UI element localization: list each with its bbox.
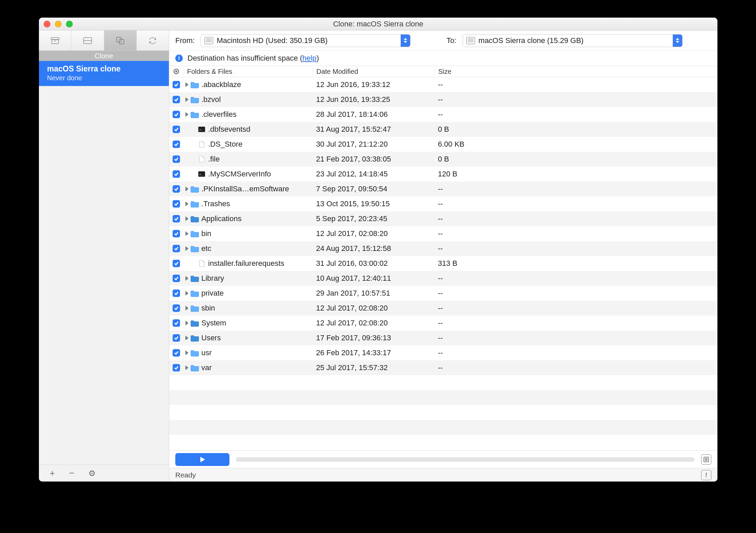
table-row[interactable]: .DS_Store30 Jul 2017, 21:12:206.00 KB [169, 137, 717, 152]
sidebar-tool-clone[interactable] [104, 30, 137, 50]
close-window-button[interactable] [44, 21, 50, 27]
table-row[interactable]: .bzvol12 Jun 2016, 19:33:25-- [169, 92, 717, 107]
file-size: -- [435, 95, 499, 104]
disclosure-triangle-icon[interactable] [185, 82, 188, 87]
table-row[interactable]: >_.dbfseventsd31 Aug 2017, 15:52:470 B [169, 122, 717, 137]
file-date: 25 Jul 2017, 15:57:32 [313, 363, 435, 372]
table-row[interactable]: installer.failurerequests31 Jul 2016, 03… [169, 256, 717, 271]
disclosure-triangle-icon[interactable] [185, 306, 188, 311]
row-checkbox[interactable] [173, 141, 180, 148]
table-row[interactable]: var25 Jul 2017, 15:57:32-- [169, 360, 717, 375]
table-row[interactable] [169, 375, 717, 390]
table-row[interactable]: System12 Jul 2017, 02:08:20-- [169, 316, 717, 331]
row-checkbox[interactable] [173, 260, 180, 267]
table-row[interactable] [169, 405, 717, 420]
row-checkbox[interactable] [173, 111, 180, 118]
sidebar-task-item[interactable]: macOS Sierra clone Never done [39, 61, 169, 86]
disclosure-triangle-icon[interactable] [185, 112, 188, 117]
table-row[interactable] [169, 390, 717, 405]
row-checkbox[interactable] [173, 304, 180, 312]
minimize-window-button[interactable] [55, 21, 62, 27]
row-checkbox[interactable] [173, 170, 180, 178]
from-volume-select[interactable]: Macintosh HD (Used: 350.19 GB) [201, 34, 410, 47]
table-row[interactable]: etc24 Aug 2017, 15:12:58-- [169, 241, 717, 256]
row-checkbox[interactable] [173, 155, 180, 163]
table-row[interactable]: Applications5 Sep 2017, 20:23:45-- [169, 211, 717, 226]
table-row[interactable]: bin12 Jul 2017, 02:08:20-- [169, 226, 717, 241]
file-name: Users [201, 334, 221, 342]
row-checkbox[interactable] [173, 290, 180, 297]
disclosure-triangle-icon[interactable] [185, 187, 188, 191]
sidebar-tool-archive[interactable] [39, 30, 71, 50]
add-task-button[interactable]: + [50, 468, 55, 478]
row-checkbox[interactable] [173, 230, 180, 237]
table-row[interactable]: Library10 Aug 2017, 12:40:11-- [169, 271, 717, 286]
disclosure-triangle-icon[interactable] [185, 246, 188, 251]
table-row[interactable]: .PKInstallSa…emSoftware7 Sep 2017, 09:50… [169, 182, 717, 196]
log-button[interactable] [701, 454, 711, 465]
file-size: -- [435, 304, 499, 313]
row-checkbox[interactable] [173, 185, 180, 193]
row-checkbox[interactable] [173, 364, 180, 371]
disclosure-triangle-icon[interactable] [185, 216, 188, 221]
disclosure-triangle-icon[interactable] [185, 276, 188, 281]
table-row[interactable]: .abackblaze12 Jun 2016, 19:33:12-- [169, 77, 717, 92]
row-checkbox[interactable] [173, 245, 180, 252]
select-all-header[interactable] [169, 69, 183, 74]
table-row[interactable]: .file21 Feb 2017, 03:38:050 B [169, 152, 717, 167]
disclosure-triangle-icon[interactable] [185, 291, 188, 296]
row-checkbox[interactable] [173, 81, 180, 88]
table-row[interactable]: private29 Jan 2017, 10:57:51-- [169, 286, 717, 301]
zoom-window-button[interactable] [66, 21, 73, 27]
help-link[interactable]: help [303, 54, 317, 62]
column-header-date[interactable]: Date Modified [313, 68, 435, 76]
from-label: From: [175, 36, 195, 45]
sidebar-tool-sync[interactable] [137, 30, 169, 50]
dropdown-arrows-icon [673, 35, 682, 47]
file-size: -- [435, 363, 499, 372]
titlebar: Clone: macOS Sierra clone [39, 18, 717, 30]
column-header-name[interactable]: Folders & Files [183, 68, 313, 76]
info-icon: i [175, 55, 183, 62]
file-name: System [201, 319, 226, 327]
alert-button[interactable]: ! [701, 470, 711, 480]
file-name: private [201, 289, 224, 298]
disclosure-triangle-icon[interactable] [185, 97, 188, 102]
disclosure-triangle-icon[interactable] [185, 201, 188, 206]
svg-rect-0 [51, 38, 59, 40]
remove-task-button[interactable]: − [69, 468, 74, 478]
svg-text:>_: >_ [199, 173, 203, 176]
settings-gear-icon[interactable]: ⚙ [88, 469, 96, 478]
file-date: 28 Jul 2017, 18:14:06 [313, 110, 435, 119]
row-checkbox[interactable] [173, 334, 180, 342]
file-size: -- [435, 244, 499, 253]
row-checkbox[interactable] [173, 349, 180, 357]
svg-rect-1 [52, 40, 59, 44]
table-row[interactable]: Users17 Feb 2017, 09:36:13-- [169, 331, 717, 345]
to-volume-select[interactable]: macOS Sierra clone (15.29 GB) [463, 34, 683, 47]
row-checkbox[interactable] [173, 319, 180, 327]
file-date: 12 Jul 2017, 02:08:20 [313, 229, 435, 238]
file-size: -- [435, 214, 499, 223]
disclosure-triangle-icon[interactable] [185, 336, 188, 340]
table-row[interactable]: .cleverfiles28 Jul 2017, 18:14:06-- [169, 107, 717, 122]
table-body[interactable]: .abackblaze12 Jun 2016, 19:33:12--.bzvol… [169, 77, 717, 450]
disclosure-triangle-icon[interactable] [185, 321, 188, 325]
sidebar-tool-panel[interactable] [71, 30, 104, 50]
table-row[interactable]: .Trashes13 Oct 2015, 19:50:15-- [169, 196, 717, 211]
run-button[interactable] [175, 453, 229, 466]
row-checkbox[interactable] [173, 200, 180, 208]
disclosure-triangle-icon[interactable] [185, 350, 188, 355]
row-checkbox[interactable] [173, 126, 180, 133]
disclosure-triangle-icon[interactable] [185, 231, 188, 236]
column-header-size[interactable]: Size [435, 68, 499, 76]
table-row[interactable]: usr26 Feb 2017, 14:33:17-- [169, 345, 717, 360]
row-checkbox[interactable] [173, 96, 180, 103]
row-checkbox[interactable] [173, 275, 180, 282]
table-row[interactable]: sbin12 Jul 2017, 02:08:20-- [169, 301, 717, 316]
disclosure-triangle-icon[interactable] [185, 365, 188, 370]
row-checkbox[interactable] [173, 215, 180, 222]
file-date: 31 Jul 2016, 03:00:02 [313, 259, 435, 268]
table-row[interactable]: >_.MySCMServerInfo23 Jul 2012, 14:18:451… [169, 167, 717, 182]
table-row[interactable] [169, 420, 717, 435]
